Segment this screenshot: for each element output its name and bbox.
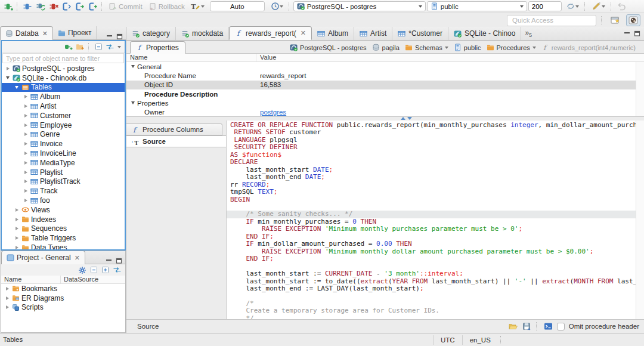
refresh-button[interactable] (563, 1, 582, 13)
project-item-bookmarks[interactable]: Bookmarks (1, 284, 125, 294)
column-name[interactable]: Name (126, 54, 256, 61)
editor-tab-album[interactable]: Album (312, 27, 354, 40)
rollback-button[interactable]: Rollback (146, 2, 187, 11)
expand-arrow-icon[interactable] (4, 296, 11, 300)
collapse-arrow-icon[interactable] (13, 86, 20, 89)
new-connection-icon[interactable] (64, 43, 73, 51)
expand-arrow-icon[interactable] (13, 208, 20, 212)
disconnect-button[interactable] (48, 1, 60, 13)
expand-arrow-icon[interactable] (22, 171, 29, 174)
status-timezone[interactable]: UTC (433, 335, 462, 345)
code-line[interactable]: END IF; (230, 255, 636, 262)
chevron-down-icon[interactable] (445, 47, 448, 49)
code-editor[interactable]: CREATE OR REPLACE FUNCTION public.reward… (227, 121, 636, 319)
code-line[interactable]: RAISE EXCEPTION 'Minimum monthly purchas… (230, 225, 636, 233)
breadcrumb-item-schemas[interactable]: Schemas (405, 44, 448, 51)
code-line[interactable]: RAISE EXCEPTION 'Minimum monthly dollar … (230, 248, 636, 255)
column-name[interactable]: Name (1, 276, 61, 283)
minimize-icon[interactable] (624, 30, 630, 36)
editor-tab-sqlite-chinoo[interactable]: SQLite - Chinoo (448, 27, 521, 40)
property-row-procedure-description[interactable]: Procedure Description (126, 89, 644, 98)
breadcrumb-item-pagila[interactable]: pagila (372, 44, 400, 51)
tree-item-album[interactable]: Album (2, 92, 125, 101)
chevron-down-icon[interactable] (532, 47, 536, 49)
undo-button[interactable] (615, 1, 627, 13)
tree-item-sequences[interactable]: Sequences (2, 224, 125, 234)
bottom-tab-source[interactable]: Source (126, 323, 159, 330)
maximize-icon[interactable] (634, 30, 640, 36)
expand-arrow-icon[interactable] (22, 142, 29, 146)
code-line[interactable] (230, 292, 636, 299)
owner-link[interactable]: postgres (260, 109, 286, 116)
active-schema-combo[interactable]: public (427, 1, 527, 11)
code-scrollbar[interactable] (636, 121, 644, 319)
expand-arrow-icon[interactable] (22, 132, 29, 136)
expand-all-icon[interactable] (101, 266, 109, 274)
tree-item-invoice[interactable]: Invoice (2, 139, 125, 149)
editor-tab-artist[interactable]: Artist (354, 27, 392, 40)
expand-arrow-icon[interactable] (4, 67, 11, 70)
collapse-all-icon[interactable] (95, 43, 103, 51)
property-row-procedure-name[interactable]: Procedure Namerewards_report (126, 71, 644, 80)
tree-item-sqlite-chinook-db[interactable]: SQLite - Chinook.db (2, 73, 125, 83)
dbeaver-perspective-button[interactable] (626, 14, 640, 26)
code-line[interactable]: SECURITY DEFINER (230, 144, 636, 151)
close-icon[interactable]: ✕ (42, 30, 48, 38)
property-row-properties[interactable]: Properties (126, 98, 644, 107)
close-icon[interactable]: ✕ (301, 29, 306, 37)
expand-arrow-icon[interactable] (13, 227, 20, 230)
collapse-arrow-icon[interactable] (131, 101, 135, 104)
expand-arrow-icon[interactable] (22, 161, 29, 165)
fetch-size-input[interactable] (528, 1, 562, 11)
new-folder-icon[interactable] (76, 43, 84, 51)
expand-arrow-icon[interactable] (22, 95, 29, 98)
object-filter-input[interactable] (2, 53, 124, 63)
tree-item-invoiceline[interactable]: InvoiceLine (2, 149, 125, 158)
transaction-history-button[interactable] (268, 1, 286, 13)
code-line[interactable]: Create a temporary storage area for Cust… (230, 307, 636, 314)
tab-properties[interactable]: f Properties (130, 41, 185, 54)
tree-item-postgresql-postgres[interactable]: PostgreSQL - postgres (2, 64, 125, 73)
expand-arrow-icon[interactable] (22, 104, 29, 108)
code-line[interactable]: BEGIN (230, 196, 636, 203)
tab-projects[interactable]: Проект (53, 26, 97, 39)
tab-database-navigator[interactable]: Databa ✕ (0, 26, 53, 40)
open-console-icon[interactable] (544, 322, 553, 330)
transaction-mode-combo[interactable]: Auto (210, 1, 265, 11)
editor-tab-rewards-report[interactable]: frewards_report(✕ (229, 26, 312, 40)
code-line[interactable]: rr RECORD; (230, 181, 636, 189)
settings-gear-icon[interactable] (78, 266, 86, 274)
expand-arrow-icon[interactable] (22, 180, 29, 183)
tree-item-tables[interactable]: Tables (2, 83, 125, 92)
minimize-icon[interactable] (106, 258, 112, 264)
tab-project-general[interactable]: Project - General ✕ (1, 251, 85, 264)
open-perspective-button[interactable] (608, 14, 623, 26)
code-line[interactable]: last_month_end := LAST_DAY(last_month_st… (230, 285, 636, 292)
commit-button[interactable]: Commit (106, 2, 145, 11)
code-line[interactable]: AS $function$ (230, 152, 636, 159)
tree-item-customer[interactable]: Customer (2, 111, 125, 121)
collapse-all-icon[interactable] (90, 266, 98, 274)
link-with-editor-icon[interactable] (113, 267, 122, 273)
expand-arrow-icon[interactable] (22, 152, 29, 155)
property-row-general[interactable]: General (126, 62, 644, 71)
transaction-log-button[interactable]: T (188, 1, 206, 13)
tree-item-playlist[interactable]: Playlist (2, 168, 125, 177)
code-line[interactable]: tmpSQL TEXT; (230, 189, 636, 196)
breadcrumb-item-postgresql-postgres[interactable]: PostgreSQL - postgres (290, 44, 366, 51)
project-item-er-diagrams[interactable]: ER Diagrams (1, 294, 125, 303)
omit-procedure-header-checkbox[interactable] (557, 323, 565, 330)
tree-item-foo[interactable]: foo (2, 196, 125, 205)
column-value[interactable]: Value (256, 54, 644, 61)
open-sql-script-button[interactable] (74, 1, 86, 13)
link-with-editor-icon[interactable] (106, 44, 114, 50)
reconnect-button[interactable] (35, 1, 47, 13)
sql-format-button[interactable] (589, 1, 608, 13)
new-connection-button[interactable] (2, 1, 14, 13)
new-sql-editor-button[interactable] (61, 1, 73, 13)
properties-scrollbar[interactable] (636, 62, 644, 116)
tree-item-genre[interactable]: Genre (2, 130, 125, 140)
load-from-file-icon[interactable] (509, 323, 518, 330)
tree-item-mediatype[interactable]: MediaType (2, 158, 125, 168)
quick-access-input[interactable] (507, 15, 596, 26)
